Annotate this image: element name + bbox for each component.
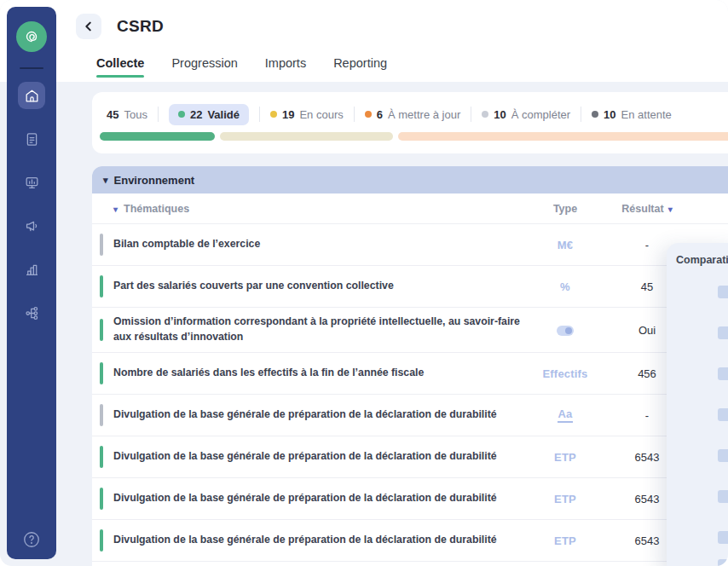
divider xyxy=(354,107,355,122)
table-row[interactable]: Divulgation de la base générale de prépa… xyxy=(92,395,728,436)
table-row[interactable]: Part des salariés couverts par une conve… xyxy=(92,266,728,308)
comparatif-value-chip[interactable] xyxy=(718,449,728,462)
table-row[interactable]: Nombre de salariés dans les effectifs à … xyxy=(92,353,728,395)
status-dot-lightgray xyxy=(482,111,488,118)
top-bar: CSRD Collecte Progression Imports Report… xyxy=(0,0,728,82)
sidebar-item-home[interactable] xyxy=(18,82,45,109)
filter-label: Tous xyxy=(124,108,147,121)
status-indicator xyxy=(100,488,103,510)
tab-imports[interactable]: Imports xyxy=(265,56,306,82)
status-indicator xyxy=(100,529,103,552)
comparatif-value-chip[interactable] xyxy=(718,408,728,421)
app-sidebar xyxy=(7,7,56,559)
type-badge: % xyxy=(530,280,600,293)
type-badge: ETP xyxy=(530,451,600,464)
row-label: Divulgation de la base générale de prépa… xyxy=(92,402,530,428)
progress-segment-pending xyxy=(220,132,393,141)
filter-count: 10 xyxy=(494,108,506,121)
status-dot-yellow xyxy=(270,111,277,118)
app-window: CSRD Collecte Progression Imports Report… xyxy=(0,0,728,566)
sidebar-item-organization[interactable] xyxy=(18,299,45,326)
question-mark-icon xyxy=(22,530,41,549)
filter-count: 10 xyxy=(604,108,615,121)
row-label: Divulgation de la base générale de prépa… xyxy=(92,528,530,553)
divider xyxy=(20,67,43,69)
hierarchy-icon xyxy=(24,305,40,321)
document-icon xyxy=(24,131,40,147)
filter-all[interactable]: 45 Tous xyxy=(107,108,147,121)
sidebar-item-announcements[interactable] xyxy=(18,212,45,240)
sidebar-item-documents[interactable] xyxy=(18,125,45,153)
filter-label: À compléter xyxy=(511,108,570,121)
row-label: Bilan comptable de l’exercice xyxy=(92,232,530,257)
status-summary-card: 45 Tous 22 Validé 19 En cours 6 À mettre… xyxy=(92,92,728,153)
table-row[interactable] xyxy=(92,562,728,566)
progress-segment-validated xyxy=(100,132,215,141)
filter-label: En attente xyxy=(621,108,672,121)
status-dot-darkgray xyxy=(592,111,598,118)
divider xyxy=(158,107,159,122)
status-indicator xyxy=(100,319,103,341)
comparatif-value-chip[interactable] xyxy=(718,531,728,544)
comparatif-panel: Comparatif xyxy=(667,243,728,566)
tab-reporting[interactable]: Reporting xyxy=(333,56,387,82)
comparatif-title: Comparatif xyxy=(667,243,728,266)
chevron-left-icon xyxy=(83,20,95,32)
comparatif-value-chip[interactable] xyxy=(718,559,728,566)
filter-count: 19 xyxy=(282,108,294,121)
sidebar-nav xyxy=(7,82,56,326)
comparatif-value-chip[interactable] xyxy=(718,367,728,380)
table-row[interactable]: Divulgation de la base générale de prépa… xyxy=(92,436,728,478)
filter-valide[interactable]: 22 Validé xyxy=(169,104,249,125)
filter-count: 22 xyxy=(190,108,202,121)
filter-en-attente[interactable]: 10 En attente xyxy=(592,108,672,121)
toggle-icon xyxy=(557,326,574,336)
status-indicator xyxy=(100,234,103,256)
megaphone-icon xyxy=(24,218,40,234)
table-header-row: Thématiques Type Résultat xyxy=(92,193,728,224)
filter-a-completer[interactable]: 10 À compléter xyxy=(482,108,570,121)
comparatif-value-chip[interactable] xyxy=(718,490,728,503)
comparatif-value-chip[interactable] xyxy=(718,326,728,339)
page-title: CSRD xyxy=(117,17,164,36)
leaf-spiral-icon xyxy=(22,27,41,46)
filter-a-mettre-a-jour[interactable]: 6 À mettre à jour xyxy=(365,108,461,121)
divider xyxy=(581,107,581,122)
table-row[interactable]: Bilan comptable de l’exercice M€ - xyxy=(92,224,728,266)
home-icon xyxy=(24,88,40,104)
filter-label: Validé xyxy=(207,108,240,121)
filter-en-cours[interactable]: 19 En cours xyxy=(270,108,344,121)
row-label: Nombre de salariés dans les effectifs à … xyxy=(92,361,530,386)
sidebar-item-analytics[interactable] xyxy=(18,256,45,283)
filter-count: 6 xyxy=(377,108,383,121)
filter-label: En cours xyxy=(299,108,343,121)
divider xyxy=(259,107,260,122)
row-label: Divulgation de la base générale de prépa… xyxy=(92,486,530,511)
row-label: Divulgation de la base générale de prépa… xyxy=(92,444,530,470)
text-format-icon: Aa xyxy=(558,407,572,423)
section-header-environnement[interactable]: Environnement xyxy=(92,166,728,193)
status-indicator xyxy=(100,275,103,297)
help-button[interactable] xyxy=(7,530,56,549)
table-row[interactable]: Divulgation de la base générale de prépa… xyxy=(92,520,728,562)
status-filter-bar: 45 Tous 22 Validé 19 En cours 6 À mettre… xyxy=(92,92,728,126)
collecte-table-card: Environnement Thématiques Type Résultat … xyxy=(92,166,728,566)
row-label: Part des salariés couverts par une conve… xyxy=(92,274,530,299)
type-badge xyxy=(530,324,600,337)
progress-segment-waiting xyxy=(398,132,728,141)
tab-progression[interactable]: Progression xyxy=(171,56,237,82)
table-row[interactable]: Divulgation de la base générale de prépa… xyxy=(92,478,728,520)
sidebar-item-dashboard[interactable] xyxy=(18,169,45,196)
status-dot-green xyxy=(178,111,185,118)
comparatif-value-chip[interactable] xyxy=(718,286,728,298)
back-button[interactable] xyxy=(76,14,101,39)
section-title: Environnement xyxy=(114,174,195,187)
monitor-chart-icon xyxy=(24,175,40,191)
status-dot-orange xyxy=(365,111,372,118)
tab-collecte[interactable]: Collecte xyxy=(96,56,144,82)
column-header-result-sort[interactable]: Résultat xyxy=(612,203,682,215)
type-badge: Aa xyxy=(530,407,600,423)
filter-label: À mettre à jour xyxy=(388,108,460,121)
group-thematiques[interactable]: Thématiques xyxy=(92,203,530,215)
table-row[interactable]: Omission d’information correspondant à l… xyxy=(92,308,728,353)
